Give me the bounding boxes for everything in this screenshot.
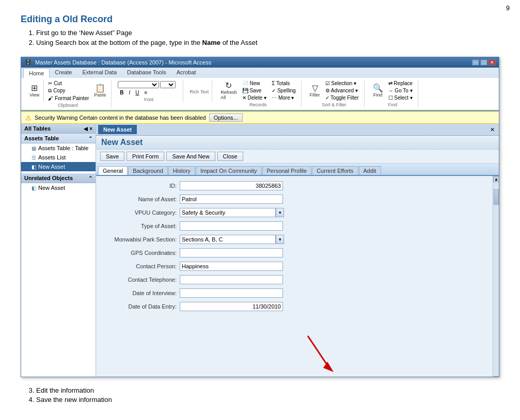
vpuu-category-input[interactable] <box>180 208 276 217</box>
table-icon: ▦ <box>31 146 36 151</box>
replace-button[interactable]: ⇄ Replace <box>386 80 415 87</box>
assets-table-section[interactable]: Assets Table ⌃ <box>21 134 96 143</box>
tab-database-tools[interactable]: Database Tools <box>122 68 171 78</box>
tab-acrobat[interactable]: Acrobat <box>171 68 201 78</box>
delete-record-button[interactable]: ✕ Delete ▾ <box>240 94 269 101</box>
left-nav: All Tables ◀ × Assets Table ⌃ ▦ Assets T… <box>21 124 96 377</box>
tab-close-icon[interactable]: ✕ <box>488 126 497 133</box>
find-group: 🔍 Find ⇄ Replace → Go To ▾ ☐ Select ▾ Fi… <box>368 80 418 107</box>
vertical-scrollbar[interactable]: ▲ ▼ <box>493 176 499 377</box>
bottom-steps-list: Edit the information Save the new inform… <box>36 386 499 403</box>
restore-button[interactable]: □ <box>480 59 487 66</box>
ribbon-tabs: Home Create External Data Database Tools… <box>21 68 499 78</box>
type-of-asset-label: Type of Asset: <box>104 223 177 229</box>
contact-person-input[interactable] <box>180 262 283 271</box>
security-warning-text: Security Warning Certain content in the … <box>35 115 206 121</box>
nav-new-asset[interactable]: ◧ New Asset <box>21 162 96 171</box>
align-left-button[interactable]: ≡ <box>143 89 150 96</box>
tab-history[interactable]: History <box>168 166 195 175</box>
view-button[interactable]: ⊞ View <box>27 83 41 99</box>
type-of-asset-row: Type of Asset: <box>104 221 491 231</box>
refresh-button[interactable]: ↻ RefreshAll <box>218 80 239 101</box>
monwabisi-section-row: Monwabisi Park Section: ▾ <box>104 235 491 244</box>
id-input[interactable] <box>180 181 283 190</box>
contact-telephone-label: Contact Telephone: <box>104 277 177 283</box>
font-group: B I U ≡ Font <box>115 80 183 103</box>
name-of-asset-input[interactable] <box>180 195 283 204</box>
save-button[interactable]: Save <box>100 152 124 161</box>
tab-current-efforts[interactable]: Current Efforts <box>312 166 358 175</box>
doc-step-2: Using Search box at the bottom of the pa… <box>36 39 499 46</box>
nav-assets-table[interactable]: ▦ Assets Table : Table <box>21 143 96 153</box>
unrelated-objects-section[interactable]: Unrelated Objects ⌃ <box>21 173 96 183</box>
options-button[interactable]: Options... <box>209 114 243 122</box>
format-painter-button[interactable]: 🖌 Format Painter <box>46 95 91 102</box>
underline-button[interactable]: U <box>133 89 141 96</box>
toggle-filter-button[interactable]: ✓ Toggle Filter <box>323 94 361 101</box>
new-record-button[interactable]: 📄 New <box>240 80 269 87</box>
vpuu-dropdown-btn[interactable]: ▾ <box>276 208 284 217</box>
paste-icon: 📋 <box>95 84 105 92</box>
spelling-button[interactable]: ✓ Spelling <box>270 87 297 94</box>
goto-button[interactable]: → Go To ▾ <box>386 87 415 94</box>
date-of-interview-input[interactable] <box>180 288 283 298</box>
italic-button[interactable]: I <box>127 89 133 96</box>
font-size-select[interactable] <box>160 81 176 88</box>
monwabisi-dropdown-btn[interactable]: ▾ <box>276 235 284 244</box>
window-controls: ─ □ ✕ <box>472 59 496 66</box>
tab-general[interactable]: General <box>98 166 128 175</box>
tab-home[interactable]: Home <box>23 68 50 78</box>
more-button[interactable]: ⋯ More ▾ <box>270 94 297 101</box>
tab-create[interactable]: Create <box>50 68 77 78</box>
form-tab-label[interactable]: New Asset <box>98 125 137 134</box>
app-icon: 🗄️ <box>24 59 32 66</box>
scroll-down-arrow[interactable]: ▼ <box>493 376 499 377</box>
find-button[interactable]: 🔍 Find <box>371 83 385 99</box>
date-of-data-entry-input[interactable] <box>180 302 283 311</box>
access-window: 🗄️ Master Assets Database : Database (Ac… <box>21 57 499 377</box>
type-of-asset-input[interactable] <box>180 221 283 231</box>
gps-coordinates-input[interactable] <box>180 248 283 257</box>
clipboard-label: Clipboard <box>58 103 78 108</box>
cut-button[interactable]: ✂ Cut <box>46 80 91 87</box>
tab-impact-on-community[interactable]: Impact On Community <box>196 166 261 175</box>
bold-button[interactable]: B <box>118 89 125 96</box>
close-button[interactable]: ✕ <box>489 59 496 66</box>
copy-button[interactable]: ⧉ Copy <box>46 87 91 94</box>
contact-telephone-input[interactable] <box>180 275 283 284</box>
view-icon: ⊞ <box>31 84 38 92</box>
gps-coordinates-label: GPS Coordinates: <box>104 250 177 256</box>
main-layout: All Tables ◀ × Assets Table ⌃ ▦ Assets T… <box>21 124 499 377</box>
tab-personal-profile[interactable]: Personal Profile <box>262 166 312 175</box>
totals-button[interactable]: Σ Totals <box>270 80 297 87</box>
paste-button[interactable]: 📋 Paste <box>92 83 108 99</box>
font-select[interactable] <box>118 81 159 88</box>
form-header: New Asset <box>96 136 499 150</box>
nav-unrelated-new-asset[interactable]: ◧ New Asset <box>21 183 96 192</box>
advanced-button[interactable]: ⚙ Advanced ▾ <box>323 87 361 94</box>
doc-steps-list: First go to the ‘New Asset” Page Using S… <box>36 29 499 46</box>
sort-filter-label: Sort & Filter <box>322 102 346 107</box>
filter-button[interactable]: ▽ Filter <box>308 83 322 99</box>
date-of-data-entry-row: Date of Data Entry: <box>104 302 491 311</box>
save-and-new-button[interactable]: Save And New <box>166 152 215 161</box>
date-of-interview-row: Date of Interview: <box>104 288 491 298</box>
tab-addit[interactable]: Addit <box>359 166 381 175</box>
scroll-up-arrow[interactable]: ▲ <box>493 176 499 182</box>
save-record-button[interactable]: 💾 Save <box>240 87 269 94</box>
print-form-button[interactable]: Print Form <box>127 152 164 161</box>
find-icon: 🔍 <box>373 84 383 92</box>
tab-external-data[interactable]: External Data <box>77 68 122 78</box>
form-body: ID: Name of Asset: VPUU Category: ▾ <box>96 176 499 377</box>
all-tables-header[interactable]: All Tables ◀ × <box>21 124 96 134</box>
refresh-icon: ↻ <box>225 82 232 90</box>
close-form-button[interactable]: Close <box>217 152 243 161</box>
selection-button[interactable]: ☑ Selection ▾ <box>323 80 361 87</box>
form-title: New Asset <box>101 138 143 147</box>
tab-background[interactable]: Background <box>128 166 168 175</box>
monwabisi-section-input[interactable] <box>180 235 276 244</box>
minimize-button[interactable]: ─ <box>472 59 479 66</box>
scroll-thumb[interactable] <box>494 189 499 205</box>
select-button[interactable]: ☐ Select ▾ <box>386 94 415 101</box>
nav-assets-list[interactable]: ☰ Assets List <box>21 153 96 162</box>
